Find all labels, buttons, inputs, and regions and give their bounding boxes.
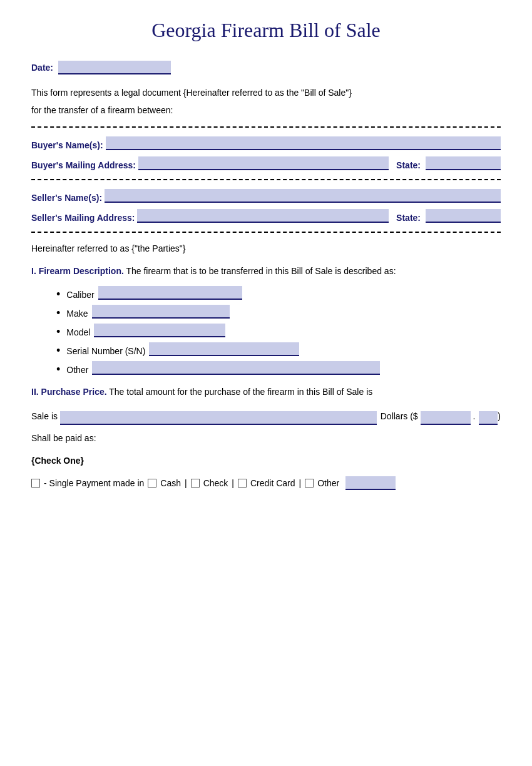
parties-text: Hereinafter referred to as {"the Parties… xyxy=(31,242,501,257)
divider-1 xyxy=(31,126,501,128)
list-item-model: • Model xyxy=(56,324,501,337)
other-payment-input[interactable] xyxy=(345,476,396,490)
list-item-make: • Make xyxy=(56,305,501,319)
date-label: Date: xyxy=(31,63,53,73)
credit-card-label: Credit Card xyxy=(250,478,295,488)
close-paren: ) xyxy=(498,407,501,425)
seller-state-input[interactable] xyxy=(426,209,501,223)
intro-text-1: This form represents a legal document {H… xyxy=(31,86,501,100)
firearm-description-text: I. Firearm Description. The firearm that… xyxy=(31,264,501,279)
list-item-other: • Other xyxy=(56,361,501,375)
other-payment-checkbox[interactable] xyxy=(305,479,314,488)
dollars-group: Dollars ($ . ) xyxy=(381,407,501,425)
credit-card-checkbox[interactable] xyxy=(238,479,247,488)
buyer-address-label: Buyer's Mailing Address: xyxy=(31,160,136,170)
purchase-price-heading-text: II. Purchase Price. The total amount for… xyxy=(31,385,501,400)
purchase-amount-row: Sale is Dollars ($ . ) xyxy=(31,407,501,425)
list-item-caliber: • Caliber xyxy=(56,286,501,300)
buyer-address-input[interactable] xyxy=(138,156,389,170)
buyer-name-input[interactable] xyxy=(106,136,501,150)
pipe-2: | xyxy=(232,478,234,488)
seller-name-input[interactable] xyxy=(105,189,501,203)
check-one-label: {Check One} xyxy=(31,454,501,469)
seller-state-group: State: xyxy=(396,209,501,223)
divider-3 xyxy=(31,232,501,233)
purchase-text: The total amount for the purchase of the… xyxy=(107,387,373,397)
serial-input[interactable] xyxy=(149,342,299,356)
buyer-state-input[interactable] xyxy=(426,156,501,170)
serial-label: Serial Number (S/N) xyxy=(66,346,145,356)
check-checkbox[interactable] xyxy=(191,479,200,488)
buyer-state-label: State: xyxy=(396,160,421,170)
bullet-dot-3: • xyxy=(56,326,60,337)
seller-address-label: Seller's Mailing Address: xyxy=(31,213,135,223)
firearm-heading: I. Firearm Description. xyxy=(31,266,124,276)
cash-label: Cash xyxy=(160,478,181,488)
date-row: Date: xyxy=(31,61,501,74)
model-input[interactable] xyxy=(94,324,225,337)
cash-checkbox[interactable] xyxy=(148,479,156,488)
seller-state-label: State: xyxy=(396,213,421,223)
make-label: Make xyxy=(66,309,88,319)
comma-label: . xyxy=(471,407,478,425)
dollars-input[interactable] xyxy=(421,411,471,425)
dollars-label: Dollars ($ xyxy=(381,407,418,425)
bullet-dot-2: • xyxy=(56,307,60,319)
firearm-bullet-list: • Caliber • Make • Model • Serial Number… xyxy=(31,286,501,375)
buyer-name-label: Buyer's Name(s): xyxy=(31,140,103,150)
seller-name-row: Seller's Name(s): xyxy=(31,189,501,203)
seller-address-input[interactable] xyxy=(137,209,389,223)
cents-input[interactable] xyxy=(479,411,498,425)
pipe-3: | xyxy=(299,478,302,488)
intro-text-2: for the transfer of a firearm between: xyxy=(31,103,501,117)
single-payment-checkbox[interactable] xyxy=(31,479,40,488)
sale-is-label: Sale is xyxy=(31,407,60,425)
date-input[interactable] xyxy=(58,61,171,74)
payment-options-row: - Single Payment made in Cash | Check | … xyxy=(31,476,501,490)
bullet-dot-4: • xyxy=(56,345,60,356)
shall-be-paid-text: Shall be paid as: xyxy=(31,431,501,446)
pipe-1: | xyxy=(185,478,187,488)
single-payment-label: - Single Payment made in xyxy=(44,478,144,488)
list-item-serial: • Serial Number (S/N) xyxy=(56,342,501,356)
other-label: Other xyxy=(66,365,88,375)
caliber-label: Caliber xyxy=(66,290,94,300)
buyer-address-row: Buyer's Mailing Address: State: xyxy=(31,156,501,170)
model-label: Model xyxy=(66,327,90,337)
purchase-heading: II. Purchase Price. xyxy=(31,387,107,397)
page-title: Georgia Firearm Bill of Sale xyxy=(31,19,501,42)
buyer-state-group: State: xyxy=(396,156,501,170)
other-firearm-input[interactable] xyxy=(92,361,380,375)
seller-name-label: Seller's Name(s): xyxy=(31,193,102,203)
other-payment-label: Other xyxy=(317,478,339,488)
divider-2 xyxy=(31,179,501,180)
firearm-text: The firearm that is to be transferred in… xyxy=(124,266,396,276)
check-label: Check xyxy=(203,478,228,488)
bullet-dot-5: • xyxy=(56,364,60,375)
caliber-input[interactable] xyxy=(98,286,242,300)
buyer-name-row: Buyer's Name(s): xyxy=(31,136,501,150)
make-input[interactable] xyxy=(92,305,230,319)
bullet-dot-1: • xyxy=(56,289,60,300)
seller-address-row: Seller's Mailing Address: State: xyxy=(31,209,501,223)
sale-amount-input[interactable] xyxy=(60,411,377,425)
